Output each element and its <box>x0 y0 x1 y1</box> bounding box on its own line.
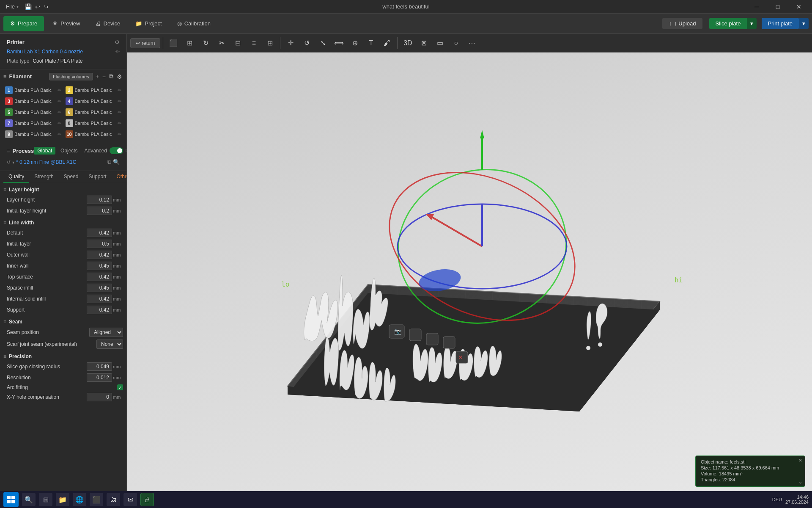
default-width-input[interactable] <box>87 229 112 237</box>
plate-type-value[interactable]: Cool Plate / PLA Plate <box>33 58 82 64</box>
printer-settings-icon[interactable]: ⚙ <box>115 39 120 45</box>
print-button[interactable]: Print plate <box>762 18 798 29</box>
tool-merge[interactable]: ⊞ <box>262 36 277 51</box>
filament-settings-button[interactable]: ⚙ <box>116 72 123 81</box>
filament-edit-8[interactable]: ✏ <box>118 121 121 126</box>
filament-name-5[interactable]: Bambu PLA Basic <box>14 110 52 115</box>
filament-edit-6[interactable]: ✏ <box>118 110 121 115</box>
tab-device[interactable]: 🖨 Device <box>89 16 127 31</box>
inner-wall-input[interactable] <box>87 262 112 270</box>
filament-name-2[interactable]: Bambu PLA Basic <box>75 88 112 93</box>
filament-name-4[interactable]: Bambu PLA Basic <box>75 99 112 104</box>
seam-header[interactable]: ≡ Seam <box>0 317 126 326</box>
tab-calibration[interactable]: ◎ Calibration <box>170 16 217 31</box>
tool-rotate-view[interactable]: ↻ <box>198 36 213 51</box>
tool-view-3d[interactable]: 3D <box>400 36 415 51</box>
internal-solid-input[interactable] <box>87 295 112 303</box>
layer-height-header[interactable]: ≡ Layer height <box>0 185 126 194</box>
tool-more[interactable]: ⋯ <box>464 36 480 51</box>
tool-flatten[interactable]: ▭ <box>432 36 447 51</box>
maximize-button[interactable]: □ <box>768 0 787 14</box>
taskbar-filemanager[interactable]: 🗂 <box>107 493 120 506</box>
top-surface-input[interactable] <box>87 273 112 281</box>
taskbar-chrome[interactable]: 🌐 <box>73 493 86 506</box>
tool-grid[interactable]: ⊞ <box>182 36 197 51</box>
filament-name-3[interactable]: Bambu PLA Basic <box>14 99 52 104</box>
filament-edit-10[interactable]: ✏ <box>118 132 121 137</box>
global-tab[interactable]: Global <box>34 147 55 155</box>
tool-arrange[interactable]: ⊟ <box>230 36 245 51</box>
filament-edit-5[interactable]: ✏ <box>58 110 61 115</box>
tool-hollow[interactable]: ○ <box>448 36 464 51</box>
slice-button[interactable]: Slice plate <box>709 18 746 29</box>
filament-name-9[interactable]: Bambu PLA Basic <box>14 132 52 137</box>
print-dropdown[interactable]: ▾ <box>798 18 809 29</box>
return-button[interactable]: ↩ return <box>130 38 160 48</box>
precision-header[interactable]: ≡ Precision <box>0 352 126 361</box>
taskbar-explorer[interactable]: 📁 <box>56 493 69 506</box>
initial-layer-input[interactable] <box>87 240 112 248</box>
taskbar-search[interactable]: 🔍 <box>22 493 36 506</box>
preset-name[interactable]: * 0.12mm Fine @BBL X1C <box>16 159 106 165</box>
add-filament-button[interactable]: + <box>95 72 100 81</box>
tab-prepare[interactable]: ⚙ Prepare <box>3 16 44 31</box>
save-preset-icon[interactable]: ⧉ <box>107 159 111 166</box>
taskbar-taskview[interactable]: ⊞ <box>39 493 52 506</box>
tab-strength[interactable]: Strength <box>29 171 58 183</box>
filament-name-6[interactable]: Bambu PLA Basic <box>75 110 112 115</box>
filament-copy-button[interactable]: ⧉ <box>108 72 114 81</box>
line-width-header[interactable]: ≡ Line width <box>0 218 126 227</box>
support-input[interactable] <box>87 306 112 314</box>
tab-others[interactable]: Others <box>111 171 127 183</box>
slice-gap-input[interactable] <box>87 362 112 371</box>
tool-split[interactable]: ⊕ <box>347 36 362 51</box>
filament-name-10[interactable]: Bambu PLA Basic <box>75 132 112 137</box>
tool-add-object[interactable]: ⬛ <box>166 36 181 51</box>
info-close-button[interactable]: ✕ <box>798 458 802 463</box>
edit-printer-icon[interactable]: ✏ <box>115 49 120 55</box>
tab-preview[interactable]: 👁 Preview <box>46 16 87 31</box>
filament-edit-9[interactable]: ✏ <box>58 132 61 137</box>
filament-edit-1[interactable]: ✏ <box>58 88 61 93</box>
save-icon[interactable]: 💾 <box>25 3 32 10</box>
tab-project[interactable]: 📁 Project <box>129 16 168 31</box>
tool-move[interactable]: ✛ <box>283 36 298 51</box>
undo-icon[interactable]: ↩ <box>35 3 40 10</box>
tool-layer[interactable]: ≡ <box>246 36 261 51</box>
app-menu[interactable]: File ▾ <box>3 3 21 11</box>
upload-button[interactable]: ↑ ↑ Upload <box>662 18 703 29</box>
outer-wall-input[interactable] <box>87 251 112 259</box>
tool-cut[interactable]: ✂ <box>214 36 229 51</box>
layer-height-input[interactable] <box>87 196 112 204</box>
filament-edit-3[interactable]: ✏ <box>58 99 61 104</box>
tool-view-top[interactable]: ⊠ <box>416 36 431 51</box>
initial-layer-height-input[interactable] <box>87 207 112 215</box>
minimize-button[interactable]: ─ <box>747 0 766 14</box>
close-button[interactable]: ✕ <box>789 0 809 14</box>
advanced-toggle[interactable] <box>110 147 123 154</box>
tab-quality[interactable]: Quality <box>3 171 29 183</box>
xy-hole-input[interactable] <box>87 393 112 401</box>
viewport[interactable]: ↩ return ⬛ ⊞ ↻ ✂ ⊟ ≡ ⊞ ✛ ↺ ⤡ ⟺ ⊕ T 🖌 3D … <box>127 34 812 508</box>
seam-position-select[interactable]: Aligned Random Nearest <box>89 328 123 337</box>
tool-paint[interactable]: 🖌 <box>379 36 395 51</box>
scene-3d[interactable]: lo hi 📷 ✕ <box>127 52 812 508</box>
taskbar-terminal[interactable]: ⬛ <box>90 493 103 506</box>
slice-dropdown[interactable]: ▾ <box>746 18 757 29</box>
arc-fitting-checkbox[interactable]: ✓ <box>117 384 123 390</box>
tool-mirror[interactable]: ⟺ <box>331 36 346 51</box>
flushing-volumes-button[interactable]: Flushing volumes <box>49 73 93 80</box>
filament-edit-7[interactable]: ✏ <box>58 121 61 126</box>
printer-name-value[interactable]: Bambu Lab X1 Carbon 0.4 nozzle <box>7 49 83 55</box>
filament-name-1[interactable]: Bambu PLA Basic <box>14 88 52 93</box>
objects-tab[interactable]: Objects <box>57 147 81 155</box>
undo-small-icon[interactable]: ↺ <box>7 160 11 165</box>
tool-scale[interactable]: ⤡ <box>315 36 330 51</box>
taskbar-bambu[interactable]: 🖨 <box>140 493 154 506</box>
tool-rotate[interactable]: ↺ <box>299 36 314 51</box>
tab-support[interactable]: Support <box>83 171 111 183</box>
search-preset-icon[interactable]: 🔍 <box>113 159 120 166</box>
taskbar-mail[interactable]: ✉ <box>123 493 137 506</box>
filament-name-7[interactable]: Bambu PLA Basic <box>14 121 52 126</box>
redo-icon[interactable]: ↪ <box>44 3 49 10</box>
